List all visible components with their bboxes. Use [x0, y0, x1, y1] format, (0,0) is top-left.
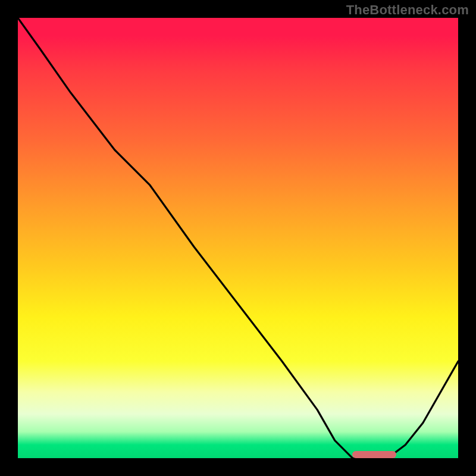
plot-area: [18, 18, 458, 458]
curve-line: [18, 18, 458, 458]
chart-container: TheBottleneck.com: [0, 0, 476, 476]
bottleneck-curve: [18, 18, 458, 458]
optimum-marker: [352, 451, 396, 458]
watermark-text: TheBottleneck.com: [346, 2, 469, 18]
